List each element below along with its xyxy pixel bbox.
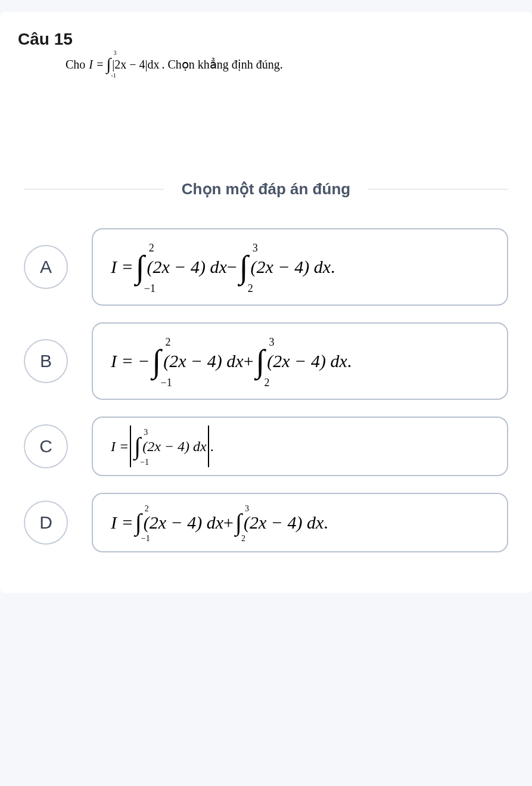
end-dot: . bbox=[347, 351, 352, 371]
divider-line-right bbox=[368, 189, 508, 189]
operator: − bbox=[227, 257, 237, 277]
option-a-lhs: I = bbox=[111, 257, 133, 277]
integral-sign-icon: ∫ 2 −1 bbox=[135, 511, 142, 535]
options-list: A I = ∫ 2 −1 (2x − 4) dx − ∫ 3 2 (2x − 4… bbox=[12, 228, 520, 552]
integral-sign-icon: ∫ 3 2 bbox=[256, 345, 265, 377]
end-dot: . bbox=[331, 257, 335, 277]
int-body: (2x − 4) dx bbox=[244, 512, 323, 533]
option-a-content: I = ∫ 2 −1 (2x − 4) dx − ∫ 3 2 (2x − 4) … bbox=[92, 228, 508, 306]
integral-lower: -1 bbox=[111, 73, 116, 79]
integral-sign-icon: ∫ 2 −1 bbox=[152, 345, 161, 377]
question-number: Câu 15 bbox=[12, 30, 520, 49]
integral-sign-icon: ∫ 3 2 bbox=[235, 511, 242, 535]
option-d-lhs: I = bbox=[111, 512, 133, 533]
option-c-content: I = ∫ 3 −1 (2x − 4) dx . bbox=[92, 417, 508, 476]
int-lower: −1 bbox=[141, 535, 150, 543]
int-body: (2x − 4) dx bbox=[144, 512, 223, 533]
int-upper: 3 bbox=[144, 428, 148, 437]
int-lower: −1 bbox=[144, 283, 155, 294]
integral-sign-icon: ∫ 2 −1 bbox=[136, 251, 145, 283]
int-lower: −1 bbox=[160, 377, 172, 388]
int-upper: 3 bbox=[245, 505, 249, 513]
option-d-letter: D bbox=[24, 501, 68, 545]
abs-bar-right bbox=[208, 425, 209, 467]
int-lower: 2 bbox=[265, 377, 270, 388]
int-lower: −1 bbox=[140, 458, 149, 467]
prompt-divider: Chọn một đáp án đúng bbox=[24, 180, 508, 198]
question-integral: ∫ 3 -1 |2x − 4|dx bbox=[107, 56, 160, 73]
integrand: |2x − 4|dx bbox=[112, 58, 159, 72]
end-dot: . bbox=[210, 439, 214, 455]
option-d[interactable]: D I = ∫ 2 −1 (2x − 4) dx + ∫ 3 2 (2x − 4… bbox=[24, 493, 508, 552]
int-upper: 2 bbox=[165, 337, 170, 347]
integral-sign-icon: ∫ 3 −1 bbox=[134, 434, 141, 458]
question-container: Câu 15 Cho I = ∫ 3 -1 |2x − 4|dx . Chọn … bbox=[0, 12, 532, 593]
int-body: (2x − 4) dx bbox=[251, 257, 331, 277]
question-suffix: . Chọn khẳng định đúng. bbox=[161, 57, 282, 72]
option-c-letter: C bbox=[24, 424, 68, 468]
int-lower: 2 bbox=[241, 535, 245, 543]
integral-sign-icon: ∫ 3 2 bbox=[239, 251, 248, 283]
int-body: (2x − 4) dx bbox=[267, 351, 347, 371]
int-upper: 3 bbox=[269, 337, 275, 347]
option-c[interactable]: C I = ∫ 3 −1 (2x − 4) dx . bbox=[24, 417, 508, 476]
int-upper: 2 bbox=[149, 243, 154, 253]
end-dot: . bbox=[323, 512, 328, 533]
integral-sign-icon: ∫ 3 -1 bbox=[107, 56, 111, 73]
option-d-content: I = ∫ 2 −1 (2x − 4) dx + ∫ 3 2 (2x − 4) … bbox=[92, 493, 508, 552]
int-body: (2x − 4) dx bbox=[142, 439, 206, 455]
operator: + bbox=[244, 351, 254, 371]
int-body: (2x − 4) dx bbox=[163, 351, 243, 371]
int-upper: 2 bbox=[145, 505, 149, 513]
question-prefix: Cho bbox=[66, 58, 85, 72]
option-a[interactable]: A I = ∫ 2 −1 (2x − 4) dx − ∫ 3 2 (2x − 4… bbox=[24, 228, 508, 306]
int-body: (2x − 4) dx bbox=[147, 257, 227, 277]
question-eq-left: I = bbox=[89, 58, 104, 72]
int-upper: 3 bbox=[253, 243, 258, 253]
option-b-lhs: I = − bbox=[111, 351, 150, 371]
question-text: Cho I = ∫ 3 -1 |2x − 4|dx . Chọn khẳng đ… bbox=[12, 56, 520, 73]
prompt-text: Chọn một đáp án đúng bbox=[164, 180, 368, 198]
option-b-content: I = − ∫ 2 −1 (2x − 4) dx + ∫ 3 2 (2x − 4… bbox=[92, 322, 508, 400]
int-lower: 2 bbox=[248, 283, 253, 294]
option-a-letter: A bbox=[24, 245, 68, 289]
operator: + bbox=[223, 512, 234, 533]
divider-line-left bbox=[24, 189, 164, 189]
option-b-letter: B bbox=[24, 339, 68, 383]
option-b[interactable]: B I = − ∫ 2 −1 (2x − 4) dx + ∫ 3 2 (2x −… bbox=[24, 322, 508, 400]
abs-bar-left bbox=[130, 425, 131, 467]
option-c-lhs: I = bbox=[111, 439, 129, 455]
integral-upper: 3 bbox=[114, 50, 117, 56]
